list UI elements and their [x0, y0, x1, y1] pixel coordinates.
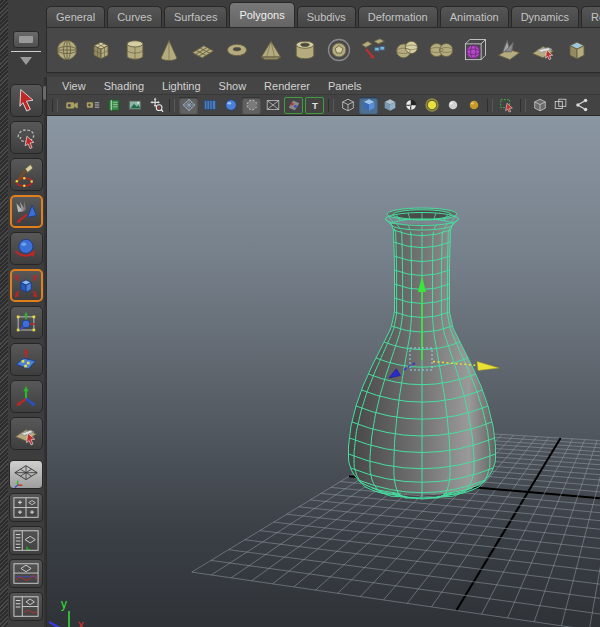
paint-selection-tool[interactable]	[10, 158, 43, 191]
poly-sphere[interactable]	[52, 34, 82, 66]
shelf-tab-general[interactable]: General	[46, 6, 105, 27]
transparency-cube[interactable]	[380, 97, 399, 114]
wireframe-on-shaded[interactable]	[242, 97, 261, 114]
poly-cone[interactable]	[154, 34, 184, 66]
toolbar-separator	[169, 99, 175, 112]
xray-display[interactable]	[263, 97, 282, 114]
wireframe-display[interactable]	[179, 97, 198, 114]
texture-placement[interactable]: T	[305, 97, 324, 114]
flat-lighting[interactable]	[464, 97, 483, 114]
lasso-select-tool[interactable]	[10, 121, 43, 154]
boolean-union[interactable]	[426, 34, 456, 66]
combine-meshes[interactable]	[392, 34, 422, 66]
toolbox	[8, 84, 44, 621]
shelf-tab-polygons[interactable]: Polygons	[229, 2, 294, 27]
move-tool[interactable]	[10, 195, 43, 228]
select-camera[interactable]	[62, 97, 81, 114]
image-plane[interactable]	[125, 97, 144, 114]
last-used-tool[interactable]	[10, 417, 43, 450]
select-tool[interactable]	[10, 84, 43, 117]
panel-menu-show[interactable]: Show	[210, 80, 256, 92]
default-material-cube[interactable]	[338, 97, 357, 114]
camera-attributes[interactable]	[83, 97, 102, 114]
panel-menu-shading[interactable]: Shading	[95, 80, 153, 92]
scene-connections[interactable]	[572, 97, 591, 114]
shelf-tab-animation[interactable]: Animation	[440, 6, 509, 27]
glyph	[12, 198, 40, 226]
panel-menu-panels[interactable]: Panels	[319, 80, 371, 92]
shelf-switch-button[interactable]	[13, 31, 39, 48]
shelf-switch-pad	[19, 36, 33, 43]
glyph	[340, 97, 356, 113]
glyph	[574, 97, 590, 113]
frame-selection[interactable]	[551, 97, 570, 114]
panel-menu-view[interactable]: View	[53, 80, 95, 92]
pan-zoom-2d[interactable]	[146, 97, 165, 114]
poly-pipe[interactable]	[290, 34, 320, 66]
glyph	[148, 97, 164, 113]
rotate-tool[interactable]	[10, 232, 43, 265]
maya-window: GeneralCurvesSurfacesPolygonsSubdivsDefo…	[0, 0, 600, 627]
glyph	[223, 36, 251, 64]
panel-menu-renderer[interactable]: Renderer	[255, 80, 319, 92]
glyph	[11, 561, 41, 587]
isolate-select[interactable]	[497, 97, 516, 114]
shelf-tab-rendering[interactable]: Rendering	[581, 6, 600, 27]
selected-lights[interactable]	[443, 97, 462, 114]
textured-display[interactable]	[284, 97, 303, 114]
poly-platonic-solid[interactable]	[324, 34, 354, 66]
smooth-shade-all-cube[interactable]	[359, 97, 378, 114]
shelf-tab-surfaces[interactable]: Surfaces	[164, 6, 227, 27]
flat-shade-display[interactable]	[200, 97, 219, 114]
panel-menu-lighting[interactable]: Lighting	[153, 80, 210, 92]
poly-torus[interactable]	[222, 34, 252, 66]
shelf-tab-dynamics[interactable]: Dynamics	[511, 6, 579, 27]
scale-tool[interactable]	[10, 269, 43, 302]
sculpt-geometry[interactable]	[494, 34, 524, 66]
shelf-tab-bar: GeneralCurvesSurfacesPolygonsSubdivsDefo…	[46, 2, 600, 27]
glyph	[466, 97, 482, 113]
shelf-tab-deformation[interactable]: Deformation	[358, 6, 438, 27]
use-default-material[interactable]	[401, 97, 420, 114]
glyph	[265, 97, 281, 113]
layout-single-perspective[interactable]	[9, 460, 43, 489]
poly-cube[interactable]	[86, 34, 116, 66]
layout-persp-outliner-graph[interactable]	[9, 592, 43, 621]
subdiv-proxy[interactable]	[460, 34, 490, 66]
append-to-polygon[interactable]	[528, 34, 558, 66]
axis-y-label: y	[61, 597, 67, 611]
toolbar-separator	[328, 99, 334, 112]
shelf-switcher	[9, 31, 42, 73]
toolbar-separator	[520, 99, 526, 112]
polygons-shelf	[46, 27, 600, 73]
layout-persp-outliner[interactable]	[9, 526, 43, 555]
smooth-shade-display[interactable]	[221, 97, 240, 114]
glyph	[121, 36, 149, 64]
poly-pyramid[interactable]	[256, 34, 286, 66]
glyph	[445, 97, 461, 113]
glyph	[12, 235, 40, 263]
glyph	[257, 36, 285, 64]
glyph	[64, 97, 80, 113]
glyph	[553, 97, 569, 113]
soft-modification-tool[interactable]	[10, 343, 43, 376]
layout-four-view[interactable]	[9, 493, 43, 522]
display-poly-count[interactable]	[530, 97, 549, 114]
separate-components[interactable]	[358, 34, 388, 66]
show-manipulator-tool[interactable]	[10, 380, 43, 413]
viewport-3d[interactable]: yx	[47, 116, 600, 627]
universal-manipulator-tool[interactable]	[10, 306, 43, 339]
shelf-tab-curves[interactable]: Curves	[107, 6, 162, 27]
poly-cylinder[interactable]	[120, 34, 150, 66]
glyph	[53, 36, 81, 64]
bookmark[interactable]	[104, 97, 123, 114]
all-lights[interactable]	[422, 97, 441, 114]
shelf-tab-subdivs[interactable]: Subdivs	[297, 6, 356, 27]
glyph	[202, 97, 218, 113]
layout-persp-graph[interactable]	[9, 559, 43, 588]
shelf-menu-arrow-icon[interactable]	[20, 57, 32, 71]
poly-plane[interactable]	[188, 34, 218, 66]
extrude-face[interactable]	[562, 34, 592, 66]
glyph	[11, 528, 41, 554]
glyph	[424, 97, 440, 113]
